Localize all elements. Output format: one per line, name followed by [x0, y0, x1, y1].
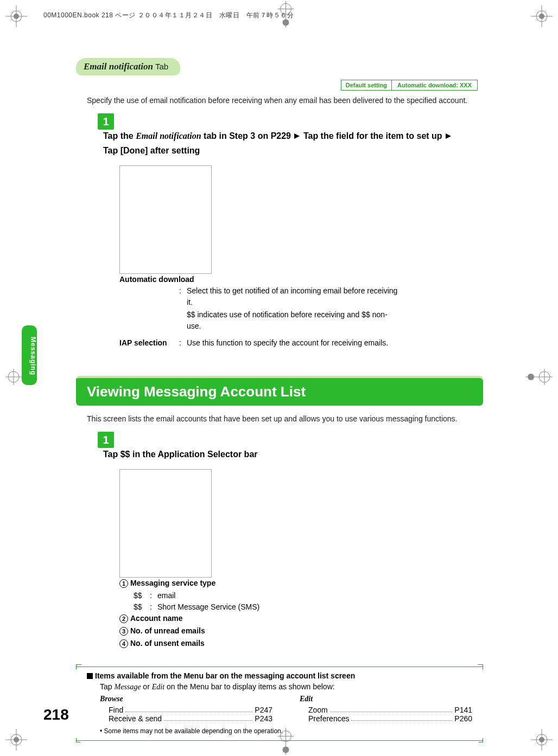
list-item-1b-text: Short Message Service (SMS)	[157, 601, 259, 613]
def-automatic-download-a: Select this to get notified of an incomi…	[187, 285, 402, 308]
menu-item-receive-send-page: P243	[255, 714, 272, 723]
menu-item-find: Find P247	[109, 706, 272, 714]
intro-paragraph-2: This screen lists the email accounts tha…	[87, 413, 472, 424]
default-setting-value: Automatic download: XXX	[392, 80, 477, 90]
step-2-number: 1	[98, 432, 114, 448]
default-setting-label: Default setting	[341, 80, 392, 90]
tab-heading-rest: Tab	[153, 62, 168, 71]
circled-number-2: 2	[119, 614, 128, 623]
section-banner: Viewing Messaging Account List	[76, 376, 483, 406]
svg-marker-32	[294, 133, 300, 139]
term-automatic-download: Automatic download	[119, 274, 402, 285]
intro-paragraph: Specify the use of email notification be…	[87, 95, 472, 106]
green-divider-bottom	[76, 740, 483, 741]
page-number: 218	[43, 706, 69, 723]
crop-mark-br	[531, 729, 553, 751]
step-1-seg2: Tap the field for the item to set up	[301, 131, 445, 140]
list-item-1: 1Messaging service type	[119, 578, 402, 589]
menu-col-browse: Browse Find P247 Receive & send P243	[100, 695, 272, 723]
menu-item-receive-send: Receive & send P243	[109, 714, 272, 723]
leader-dots	[330, 706, 453, 712]
list-item-1a: $$:email	[134, 590, 402, 601]
square-bullet-icon	[87, 673, 93, 679]
menu-sub-italic-2: Edit	[152, 683, 164, 691]
description-block-2: 1Messaging service type $$:email $$:Shor…	[119, 469, 483, 650]
list-item-3-label: No. of unread emails	[130, 626, 205, 635]
step-2-text: Tap $$ in the Application Selector bar	[103, 448, 461, 462]
menu-subtext: Tap Message or Edit on the Menu bar to d…	[100, 682, 472, 691]
step-2: 1 Tap $$ in the Application Selector bar	[98, 432, 472, 462]
menu-col-edit-heading: Edit	[300, 695, 472, 703]
menu-item-find-page: P247	[255, 706, 272, 714]
menu-note: Some items may not be available dependin…	[100, 727, 472, 735]
step-1-mid: tab in Step 3 on P229	[201, 131, 294, 140]
step-1-italic: Email notification	[136, 131, 201, 140]
green-divider-top	[76, 667, 483, 668]
menu-item-preferences-name: Preferences	[308, 714, 349, 723]
list-item-1b-symbol: $$	[134, 601, 150, 613]
circled-number-1: 1	[119, 579, 128, 588]
leader-dots	[351, 714, 452, 721]
step-1-seg3: Tap [Done] after setting	[103, 146, 200, 155]
side-tab-messaging: Messaging	[22, 325, 37, 385]
menu-item-preferences-page: P260	[454, 714, 472, 723]
list-item-1a-text: email	[157, 590, 175, 601]
def-automatic-download-b: $$ indicates use of notification before …	[187, 309, 402, 332]
default-setting-badge: Default settingAutomatic download: XXX	[341, 80, 478, 91]
step-1: 1 Tap the Email notification tab in Step…	[98, 113, 472, 158]
menu-sub-mid: or	[141, 682, 151, 691]
svg-point-31	[283, 747, 289, 753]
list-item-2: 2Account name	[119, 613, 402, 624]
tab-heading-email-notification: Email notification Tab	[76, 58, 180, 75]
description-block-1: Automatic download : Select this to get …	[119, 165, 483, 349]
step-1-prefix: Tap the	[103, 131, 136, 140]
menu-sub-post: on the Menu bar to display items as show…	[164, 682, 335, 691]
menu-sub-pre: Tap	[100, 682, 114, 691]
tab-heading-italic: Email notification	[84, 61, 153, 72]
menu-col-edit: Edit Zoom P141 Preferences P260	[300, 695, 472, 723]
menu-item-find-name: Find	[109, 706, 123, 714]
menu-heading-text: Items available from the Menu bar on the…	[95, 671, 355, 680]
list-item-1-label: Messaging service type	[130, 579, 215, 587]
screenshot-placeholder	[119, 469, 212, 578]
arrow-icon	[445, 131, 452, 144]
menu-item-zoom: Zoom P141	[308, 706, 472, 714]
list-item-1a-symbol: $$	[134, 590, 150, 601]
list-item-4-label: No. of unsent emails	[130, 639, 205, 648]
leader-dots	[125, 706, 252, 712]
list-item-2-label: Account name	[130, 614, 182, 623]
term-iap-selection: IAP selection	[119, 337, 179, 349]
menu-items-block: Items available from the Menu bar on the…	[87, 671, 472, 735]
menu-col-browse-heading: Browse	[100, 695, 272, 703]
circled-number-4: 4	[119, 639, 128, 648]
section-banner-title: Viewing Messaging Account List	[76, 378, 483, 406]
menu-item-receive-send-name: Receive & send	[109, 714, 162, 723]
circled-number-3: 3	[119, 627, 128, 636]
step-1-text: Tap the Email notification tab in Step 3…	[103, 130, 461, 158]
colon: :	[179, 337, 187, 349]
list-item-3: 3No. of unread emails	[119, 625, 402, 637]
def-iap-selection: Use this function to specify the account…	[187, 337, 402, 349]
step-1-number: 1	[98, 113, 114, 130]
menu-sub-italic-1: Message	[114, 683, 141, 691]
list-item-1b: $$:Short Message Service (SMS)	[134, 601, 402, 613]
menu-item-preferences: Preferences P260	[308, 714, 472, 723]
list-item-4: 4No. of unsent emails	[119, 638, 402, 649]
menu-item-zoom-name: Zoom	[308, 706, 328, 714]
colon: :	[179, 285, 187, 333]
svg-marker-33	[446, 133, 451, 139]
screenshot-placeholder	[119, 165, 212, 274]
reg-mark-right	[525, 369, 553, 387]
menu-heading: Items available from the Menu bar on the…	[87, 671, 472, 680]
crop-mark-tr	[531, 5, 553, 27]
svg-point-23	[528, 374, 534, 380]
crop-mark-tl	[5, 5, 27, 27]
arrow-icon	[293, 131, 301, 144]
leader-dots	[164, 714, 252, 721]
crop-mark-bl	[5, 729, 27, 751]
print-header: 00M1000EN.book 218 ページ ２００４年１１月２４日 水曜日 午…	[43, 11, 516, 20]
menu-item-zoom-page: P141	[454, 706, 472, 714]
